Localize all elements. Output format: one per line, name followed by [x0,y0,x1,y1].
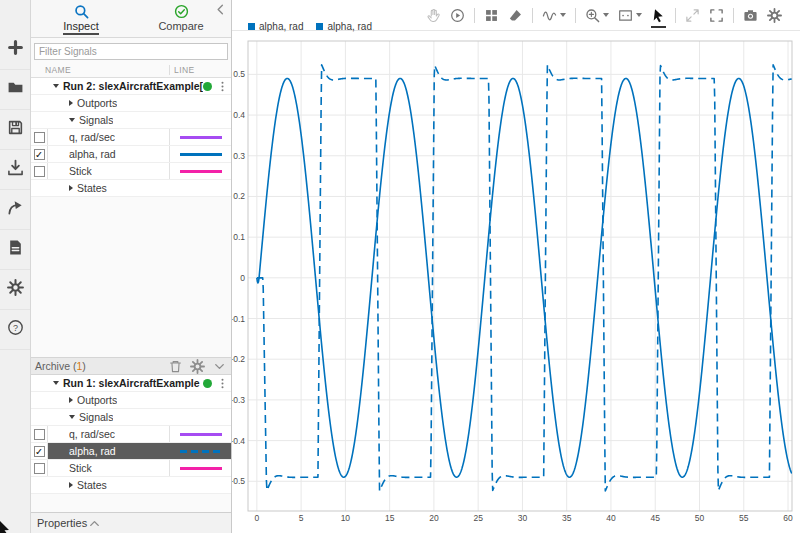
x-tick-label: 0 [254,513,259,523]
tree-group-row[interactable]: Signals [31,409,231,426]
run-tree: Run 2: slexAircraftExample[Current]Outpo… [31,78,231,197]
y-tick-label: -0.5 [232,476,245,486]
legend-marker [248,23,255,30]
export-button[interactable] [0,190,30,230]
signal-visibility-checkbox[interactable]: ✓ [34,149,45,160]
preferences-button[interactable] [0,270,30,310]
caret-right-icon[interactable] [69,185,73,191]
group-label: Outports [77,394,117,406]
signal-row[interactable]: ✓alpha, rad [31,146,231,163]
filter-row [31,38,231,62]
y-tick-label: 0.3 [233,151,245,161]
plus-icon [7,39,24,60]
x-tick-label: 45 [650,513,660,523]
legend-label: alpha, rad [327,21,371,32]
y-tick-label: -0.2 [232,354,245,364]
signal-plot[interactable]: 0510152025303540455055600.50.40.30.20.10… [232,0,800,533]
signal-row[interactable]: ✓alpha, rad [31,443,231,460]
tree-group-row[interactable]: Outports [31,392,231,409]
archive-actions [168,359,227,374]
group-label: Signals [79,411,113,423]
new-button[interactable] [0,30,30,70]
signal-line-cell [169,129,231,145]
ellipsis-v-icon[interactable] [216,80,229,93]
run-row[interactable]: Run 1: slexAircraftExample [31,375,231,392]
caret-right-icon[interactable] [69,482,73,488]
row-body: Stick [48,163,169,179]
legend-label: alpha, rad [259,21,303,32]
row-body: Run 2: slexAircraftExample[Current] [48,78,231,94]
gear-icon[interactable] [190,359,205,374]
tree-group-row[interactable]: Signals [31,112,231,129]
signal-visibility-checkbox[interactable] [34,132,45,143]
checkbox-gutter [31,375,48,391]
signal-row[interactable]: Stick [31,163,231,180]
x-tick-label: 25 [473,513,483,523]
save-button[interactable] [0,110,30,150]
check-circle-icon [174,4,189,19]
x-tick-label: 10 [341,513,351,523]
archive-header[interactable]: Archive (1) [31,357,231,375]
caret-right-icon[interactable] [69,397,73,403]
checkbox-gutter [31,409,48,425]
signal-line-swatch [180,450,222,453]
signal-row[interactable]: q, rad/sec [31,426,231,443]
create-report-button[interactable] [0,230,30,270]
trash-icon[interactable] [168,359,183,374]
signal-line-cell [169,146,231,162]
signal-row[interactable]: Stick [31,460,231,477]
row-body: States [48,180,231,196]
caret-down-icon[interactable] [53,381,59,385]
sidebar-tabs: Inspect Compare [31,0,231,38]
row-body: Outports [48,95,231,111]
ellipsis-v-icon[interactable] [216,377,229,390]
chevron-down-icon[interactable] [212,359,227,374]
caret-down-icon[interactable] [69,118,75,122]
x-tick-label: 40 [606,513,616,523]
signal-visibility-checkbox[interactable] [34,429,45,440]
caret-right-icon[interactable] [69,100,73,106]
signal-row[interactable]: q, rad/sec [31,129,231,146]
tab-inspect[interactable]: Inspect [31,0,131,37]
checkbox-gutter [31,163,48,179]
checkbox-gutter: ✓ [31,443,48,459]
signal-visibility-checkbox[interactable]: ✓ [34,446,45,457]
signal-visibility-checkbox[interactable] [34,463,45,474]
tree-group-row[interactable]: Outports [31,95,231,112]
caret-down-icon[interactable] [53,84,59,88]
row-body: q, rad/sec [48,426,169,442]
save-icon [7,119,24,140]
signal-line-cell [169,460,231,476]
import-button[interactable] [0,150,30,190]
collapse-sidebar-button[interactable] [213,2,228,21]
svg-text:?: ? [12,323,17,333]
signal-visibility-checkbox[interactable] [34,166,45,177]
help-button[interactable]: ? [0,310,30,350]
run-row[interactable]: Run 2: slexAircraftExample[Current] [31,78,231,95]
chevron-left-icon [213,2,228,17]
signal-name: alpha, rad [69,148,116,160]
caret-down-icon[interactable] [69,415,75,419]
properties-bar[interactable]: Properties [31,512,231,533]
x-tick-label: 15 [385,513,395,523]
tree-group-row[interactable]: States [31,477,231,494]
column-header-line: LINE [169,65,231,75]
legend-entry[interactable]: alpha, rad [248,21,303,32]
x-tick-label: 50 [695,513,705,523]
filter-signals-input[interactable] [34,43,228,60]
checkbox-gutter: ✓ [31,146,48,162]
signal-line-cell [169,426,231,442]
group-label: States [77,182,107,194]
checkbox-gutter [31,78,48,94]
app-toolbar: ? [0,0,31,533]
row-body: alpha, rad [48,146,169,162]
simulation-data-inspector: ? Inspect Compare NAME LINE Run 2: slexA… [0,0,800,533]
signal-name: Stick [69,165,92,177]
table-column-header: NAME LINE [31,62,231,78]
archive-label: Archive (1) [35,360,86,372]
open-button[interactable] [0,70,30,110]
y-tick-label: -0.1 [232,314,245,324]
tree-group-row[interactable]: States [31,180,231,197]
archive-tree: Run 1: slexAircraftExampleOutportsSignal… [31,375,231,494]
legend-entry[interactable]: alpha, rad [316,21,371,32]
